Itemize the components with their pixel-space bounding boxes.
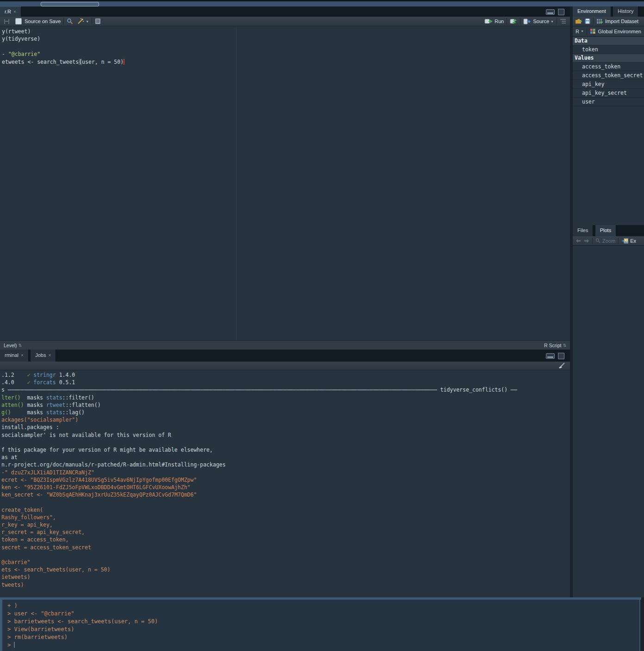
tab-jobs[interactable]: Jobs× — [31, 350, 56, 362]
console-output-segment: "socialsampler" — [27, 417, 75, 423]
source-dropdown-caret-icon[interactable]: ▼ — [551, 20, 554, 23]
find-icon[interactable] — [67, 18, 73, 25]
scope-selector[interactable]: Level)⇅ — [4, 343, 22, 348]
console-output-line: s ──────────────────────────────────────… — [1, 386, 517, 393]
tab-terminal[interactable]: rminal× — [0, 350, 29, 362]
export-plot-icon[interactable] — [621, 238, 628, 244]
import-dataset-icon[interactable] — [596, 18, 603, 24]
console-output-segment: ecret <- — [1, 477, 30, 483]
export-plot-button[interactable]: Ex — [630, 238, 636, 244]
console-output-segment: tweets) — [1, 582, 24, 588]
console-output-line: n.r-project.org/doc/manuals/r-patched/R-… — [1, 461, 517, 468]
console-output-segment: stats — [46, 409, 62, 416]
language-caret-icon[interactable]: ▼ — [581, 30, 584, 33]
save-workspace-icon[interactable] — [585, 18, 590, 24]
console-output-segment: atten() — [1, 402, 24, 408]
terminal-tab-label: rminal — [5, 352, 19, 358]
minimize-icon[interactable] — [546, 353, 555, 359]
console-output-segment: rtweet — [46, 402, 66, 408]
environment-tabstrip: Environment History Co — [573, 6, 644, 17]
console-output-segment: stringr — [33, 372, 56, 378]
language-selector[interactable]: R — [576, 29, 579, 34]
console-output-line: lter() masks stats::filter() — [1, 394, 517, 401]
environment-object-row[interactable]: access_token — [573, 62, 644, 71]
console-output-line: atten() masks rtweet::flatten() — [1, 401, 517, 409]
console-output-segment: ets <- search_tweets(user, n = 50) — [1, 566, 110, 573]
tab-plots[interactable]: Plots — [595, 225, 616, 236]
clear-console-broom-icon[interactable] — [558, 362, 565, 369]
run-icon[interactable] — [484, 18, 493, 25]
minimize-icon[interactable] — [546, 9, 555, 15]
maximize-icon[interactable] — [558, 9, 564, 15]
global-environment-selector[interactable]: Global Environmen — [598, 29, 641, 34]
tab-history[interactable]: History — [613, 6, 638, 17]
source-icon[interactable] — [523, 18, 531, 25]
code-tools-wand-icon[interactable] — [77, 18, 84, 25]
console-output-segment: .4.0 — [1, 379, 27, 386]
editor-toolbar: Source on Save ▼ Run Sourc — [0, 17, 570, 26]
r-console-segment: > — [7, 642, 14, 648]
console-output-line: secret = access_token_secret — [1, 544, 517, 551]
environment-object-row[interactable]: token — [573, 45, 644, 54]
text-cursor — [124, 59, 124, 65]
console-output-line: create_token( — [1, 506, 517, 514]
zoom-plot-icon[interactable] — [595, 238, 601, 243]
wand-dropdown-caret-icon[interactable]: ▼ — [86, 20, 89, 23]
filetype-selector[interactable]: R Script⇅ — [544, 343, 566, 348]
console-output-line: Rashy_followers", — [1, 514, 517, 521]
save-icon[interactable] — [4, 18, 10, 25]
console-output-line: tweets) — [1, 581, 517, 589]
compile-report-icon[interactable] — [95, 18, 101, 25]
r-console-segment: > user <- — [7, 610, 41, 617]
maximize-icon[interactable] — [558, 353, 564, 359]
plots-content-empty — [573, 246, 644, 597]
console-output-segment: stats — [46, 394, 62, 401]
console-output-line: ecret <- "BQZ3IspmVGzlz7A418UVSg5iv54av6… — [1, 476, 517, 484]
run-button[interactable]: Run — [495, 18, 504, 24]
editor-tab[interactable]: r.R× — [0, 6, 21, 17]
jobs-tab-close-icon[interactable]: × — [49, 353, 51, 358]
tab-environment[interactable]: Environment — [573, 6, 611, 17]
console-output-line: f this package for your version of R mig… — [1, 446, 517, 454]
environment-object-row[interactable]: api_key — [573, 80, 644, 89]
environment-object-row[interactable]: api_key_secret — [573, 89, 644, 98]
editor-code-line: etweets <- search_tweets(user, n = 50) — [2, 58, 124, 66]
previous-plot-arrow-icon[interactable] — [576, 239, 581, 243]
console-output-line: @cbarrie" — [1, 559, 517, 566]
r-console-line: > — [7, 641, 158, 649]
environment-object-row[interactable]: access_token_secret — [573, 71, 644, 80]
r-console-line: + ) — [7, 602, 158, 610]
console-output-segment: create_token( — [1, 507, 43, 513]
tab-files[interactable]: Files — [573, 225, 593, 236]
history-tab-label: History — [618, 8, 633, 14]
load-workspace-folder-icon[interactable] — [575, 18, 582, 24]
console-output-segment: g() — [1, 409, 11, 416]
next-plot-arrow-icon[interactable] — [584, 239, 589, 243]
console-output-segment: n.r-project.org/doc/manuals/r-patched/R-… — [1, 461, 226, 468]
right-column: Environment History Co Import Dataset R … — [573, 6, 644, 597]
environment-tab-label: Environment — [577, 8, 606, 14]
source-on-save-checkbox[interactable] — [15, 18, 22, 25]
text-cursor — [14, 642, 15, 648]
console-output-segment: " dzuZ7xJLX1iAD1TIZANCRaNjZ" — [5, 469, 94, 476]
terminal-tab-close-icon[interactable]: × — [21, 353, 24, 358]
r-console-window-body[interactable]: + )> user <- "@cbarrie"> barrietweets <-… — [0, 600, 640, 651]
source-button[interactable]: Source — [533, 18, 549, 24]
r-console-segment: > barrietweets <- search_tweets(user, n … — [7, 618, 158, 625]
background-search-field[interactable] — [41, 2, 99, 6]
zoom-plot-button[interactable]: Zoom — [602, 238, 615, 244]
document-outline-icon[interactable] — [560, 18, 566, 24]
console-output-segment: 1.4.0 — [56, 372, 75, 378]
console-output-segment: @cbarrie" — [1, 559, 30, 565]
import-dataset-button[interactable]: Import Dataset — [605, 18, 638, 24]
environment-object-row[interactable]: user — [573, 98, 644, 106]
console-output-segment: s ──────────────────────────────────────… — [1, 387, 517, 393]
console-output-line: token = access_token, — [1, 536, 517, 543]
source-editor[interactable]: y(rtweet)y(tidyverse) - "@cbarrie"etweet… — [0, 26, 570, 340]
console-output-line — [1, 551, 517, 559]
editor-tab-close-icon[interactable]: × — [13, 9, 16, 14]
rerun-icon[interactable] — [510, 18, 517, 25]
console-output-line: ackages("socialsampler") — [1, 416, 517, 424]
console-output-area[interactable]: .1.2 ✓ stringr 1.4.0.4.0 ✓ forcats 0.5.1… — [0, 370, 570, 597]
console-output-segment: 0.5.1 — [56, 379, 75, 386]
